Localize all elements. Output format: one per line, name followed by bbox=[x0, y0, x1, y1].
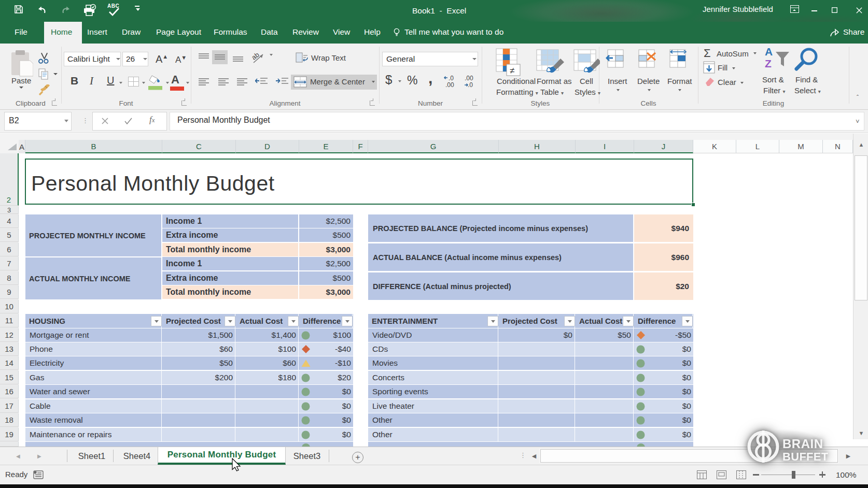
svg-text:.0: .0 bbox=[468, 81, 473, 89]
svg-text:BRAIN: BRAIN bbox=[782, 437, 823, 451]
svg-text:.00: .00 bbox=[445, 81, 454, 89]
svg-text:.00: .00 bbox=[465, 75, 473, 82]
svg-text:≠: ≠ bbox=[510, 66, 514, 76]
svg-text:BUFFET: BUFFET bbox=[782, 450, 829, 463]
svg-text:.0: .0 bbox=[449, 75, 454, 82]
svg-text:ab: ab bbox=[251, 51, 261, 62]
